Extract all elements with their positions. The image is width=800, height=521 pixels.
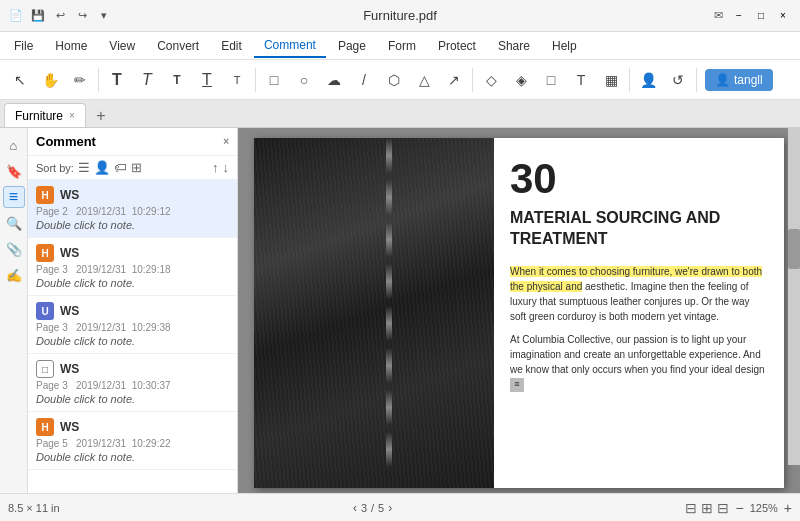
more-icon[interactable]: ▾ — [96, 8, 112, 24]
menu-bar: File Home View Convert Edit Comment Page… — [0, 32, 800, 60]
cloud-tool-button[interactable]: ☁ — [320, 66, 348, 94]
pdf-scroll-area[interactable]: 30 MATERIAL SOURCING AND TREATMENT When … — [238, 128, 800, 493]
toolbar-divider-1 — [98, 68, 99, 92]
sort-export-icon[interactable]: ↑ — [212, 160, 219, 175]
maximize-button[interactable]: □ — [752, 7, 770, 25]
tab-bar: Furniture × + — [0, 100, 800, 128]
arrow-tool-button[interactable]: ↗ — [440, 66, 468, 94]
pdf-chapter-title: MATERIAL SOURCING AND TREATMENT — [510, 208, 768, 250]
tab-close-button[interactable]: × — [69, 110, 75, 121]
sort-import-icon[interactable]: ↓ — [223, 160, 230, 175]
comment-text-2: Double click to note. — [36, 277, 229, 289]
app-icon: 📄 — [8, 8, 24, 24]
title-bar-left: 📄 💾 ↩ ↪ ▾ — [8, 8, 112, 24]
toolbar-divider-2 — [255, 68, 256, 92]
highlight-tool-button[interactable]: ◇ — [477, 66, 505, 94]
minimize-button[interactable]: − — [730, 7, 748, 25]
menu-view[interactable]: View — [99, 35, 145, 57]
tab-furniture[interactable]: Furniture × — [4, 103, 86, 127]
stamp-tool-button[interactable]: □ — [537, 66, 565, 94]
menu-convert[interactable]: Convert — [147, 35, 209, 57]
sidebar-search-icon[interactable]: 🔍 — [3, 212, 25, 234]
window-title: Furniture.pdf — [363, 8, 437, 23]
sidebar-attach-icon[interactable]: 📎 — [3, 238, 25, 260]
current-page-label: 3 — [361, 502, 367, 514]
text-tool-button[interactable]: T — [103, 66, 131, 94]
rotate-tool-button[interactable]: ↺ — [664, 66, 692, 94]
tab-add-button[interactable]: + — [90, 105, 112, 127]
text-underline-button[interactable]: T — [193, 66, 221, 94]
edit-tool-button[interactable]: ✏ — [66, 66, 94, 94]
redo-icon[interactable]: ↪ — [74, 8, 90, 24]
sidebar-bookmark-icon[interactable]: 🔖 — [3, 160, 25, 182]
textbox-tool-button[interactable]: T — [567, 66, 595, 94]
page-prev-button[interactable]: ‹ — [353, 501, 357, 515]
select-tool-button[interactable]: ↖ — [6, 66, 34, 94]
menu-share[interactable]: Share — [488, 35, 540, 57]
email-icon[interactable]: ✉ — [710, 8, 726, 24]
menu-home[interactable]: Home — [45, 35, 97, 57]
user-login-button[interactable]: 👤 tangll — [705, 69, 773, 91]
zoom-out-button[interactable]: − — [735, 500, 743, 516]
undo-icon[interactable]: ↩ — [52, 8, 68, 24]
menu-help[interactable]: Help — [542, 35, 587, 57]
menu-form[interactable]: Form — [378, 35, 426, 57]
scroll-thumb[interactable] — [788, 229, 800, 269]
sidebar-home-icon[interactable]: ⌂ — [3, 134, 25, 156]
comment-panel-close-button[interactable]: × — [223, 136, 229, 147]
comment-item-2[interactable]: H WS Page 3 2019/12/31 10:29:18 Double c… — [28, 238, 237, 296]
polygon-tool-button[interactable]: ⬡ — [380, 66, 408, 94]
grid-tool-button[interactable]: ▦ — [597, 66, 625, 94]
comment-username-5: WS — [60, 420, 79, 434]
close-button[interactable]: × — [774, 7, 792, 25]
comment-meta-5: Page 5 2019/12/31 10:29:22 — [36, 438, 229, 449]
comment-user-row-4: □ WS — [36, 360, 229, 378]
save-icon[interactable]: 💾 — [30, 8, 46, 24]
line-tool-button[interactable]: / — [350, 66, 378, 94]
sort-person-icon[interactable]: 👤 — [94, 160, 110, 175]
circle-tool-button[interactable]: ○ — [290, 66, 318, 94]
text-bold-button[interactable]: T — [163, 66, 191, 94]
triangle-tool-button[interactable]: △ — [410, 66, 438, 94]
hand-tool-button[interactable]: ✋ — [36, 66, 64, 94]
comment-item-4[interactable]: □ WS Page 3 2019/12/31 10:30:37 Double c… — [28, 354, 237, 412]
comment-item-3[interactable]: U WS Page 3 2019/12/31 10:29:38 Double c… — [28, 296, 237, 354]
page-next-button[interactable]: › — [388, 501, 392, 515]
menu-edit[interactable]: Edit — [211, 35, 252, 57]
text-small-button[interactable]: T — [223, 66, 251, 94]
page-separator: / — [371, 502, 374, 514]
menu-page[interactable]: Page — [328, 35, 376, 57]
erase-tool-button[interactable]: ◈ — [507, 66, 535, 94]
pdf-body-para-1: When it comes to choosing furniture, we'… — [510, 264, 768, 324]
status-bar: 8.5 × 11 in ‹ 3 / 5 › ⊟ ⊞ ⊟ − 125% + — [0, 493, 800, 521]
view-scroll-icon[interactable]: ⊟ — [717, 500, 729, 516]
rect-tool-button[interactable]: □ — [260, 66, 288, 94]
sort-tag-icon[interactable]: 🏷 — [114, 160, 127, 175]
comment-username-4: WS — [60, 362, 79, 376]
status-center: ‹ 3 / 5 › — [353, 501, 392, 515]
comment-item-1[interactable]: H WS Page 2 2019/12/31 10:29:12 Double c… — [28, 180, 237, 238]
comment-meta-2: Page 3 2019/12/31 10:29:18 — [36, 264, 229, 275]
view-double-icon[interactable]: ⊞ — [701, 500, 713, 516]
comment-username-3: WS — [60, 304, 79, 318]
view-single-icon[interactable]: ⊟ — [685, 500, 697, 516]
pdf-area: 30 MATERIAL SOURCING AND TREATMENT When … — [238, 128, 800, 493]
pdf-page-number: 30 — [510, 158, 768, 200]
total-pages-label: 5 — [378, 502, 384, 514]
sort-list-icon[interactable]: ☰ — [78, 160, 90, 175]
comment-meta-1: Page 2 2019/12/31 10:29:12 — [36, 206, 229, 217]
sidebar-comment-icon[interactable]: ≡ — [3, 186, 25, 208]
comment-user-row-5: H WS — [36, 418, 229, 436]
text-italic-button[interactable]: T — [133, 66, 161, 94]
vertical-scrollbar[interactable] — [788, 128, 800, 465]
zoom-in-button[interactable]: + — [784, 500, 792, 516]
menu-file[interactable]: File — [4, 35, 43, 57]
user-tool-button[interactable]: 👤 — [634, 66, 662, 94]
menu-protect[interactable]: Protect — [428, 35, 486, 57]
sort-filter-icon[interactable]: ⊞ — [131, 160, 142, 175]
sidebar-sign-icon[interactable]: ✍ — [3, 264, 25, 286]
menu-comment[interactable]: Comment — [254, 34, 326, 58]
comment-item-5[interactable]: H WS Page 5 2019/12/31 10:29:22 Double c… — [28, 412, 237, 470]
status-right: ⊟ ⊞ ⊟ − 125% + — [685, 500, 792, 516]
comment-user-row-1: H WS — [36, 186, 229, 204]
